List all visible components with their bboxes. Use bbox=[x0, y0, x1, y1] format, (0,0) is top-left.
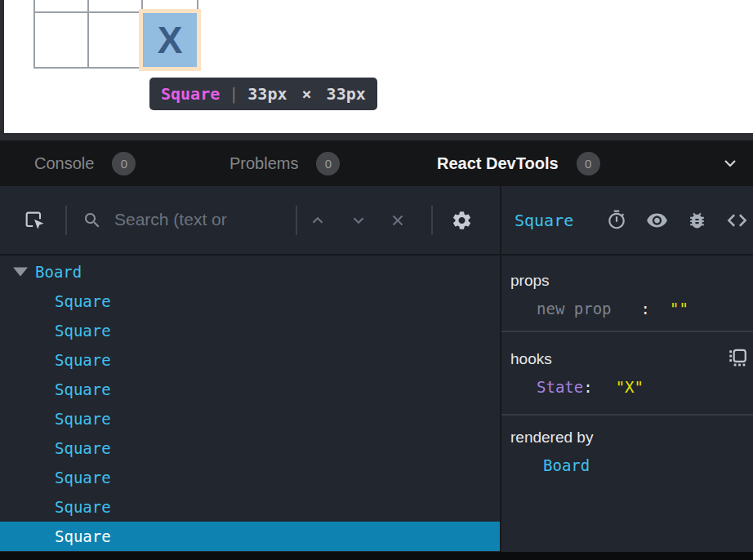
log-bug-icon[interactable] bbox=[687, 209, 707, 231]
inspect-dom-eye-icon[interactable] bbox=[646, 209, 668, 231]
screenshot-root: X Square | 33px × 33px Console 0 Problem… bbox=[0, 0, 753, 560]
settings-gear-icon[interactable] bbox=[451, 209, 473, 231]
search-prev-icon[interactable] bbox=[309, 211, 327, 229]
tree-row-label: Square bbox=[55, 351, 111, 369]
browser-page-area: X Square | 33px × 33px bbox=[0, 0, 753, 133]
bottom-edge-strip bbox=[0, 552, 753, 560]
inspect-overlay-tooltip: Square | 33px × 33px bbox=[149, 78, 377, 110]
tree-row-square[interactable]: Square bbox=[0, 404, 500, 433]
new-prop-name-input[interactable]: new prop bbox=[537, 300, 612, 318]
toolbar-divider bbox=[65, 206, 67, 235]
props-section: props new prop : "" bbox=[501, 256, 753, 331]
tab-problems-label: Problems bbox=[229, 154, 298, 173]
inspect-element-icon[interactable] bbox=[23, 209, 46, 232]
page-devtools-separator bbox=[0, 133, 753, 140]
tictactoe-board: X bbox=[33, 0, 198, 69]
parse-hook-names-icon[interactable] bbox=[727, 347, 748, 368]
hooks-title: hooks bbox=[510, 347, 753, 371]
tree-row-label: Square bbox=[55, 469, 111, 487]
devtools-tab-bar: Console 0 Problems 0 React DevTools 0 bbox=[0, 140, 753, 186]
tooltip-dimensions: 33px × 33px bbox=[247, 84, 365, 104]
board-square[interactable] bbox=[35, 0, 89, 13]
tab-console-label: Console bbox=[34, 154, 94, 173]
page-left-edge bbox=[0, 0, 4, 133]
tree-row-square[interactable]: Square bbox=[0, 492, 500, 522]
board-square[interactable] bbox=[35, 13, 89, 67]
component-tree: Board Square Square Square Square Square… bbox=[0, 257, 500, 551]
new-prop-value-input[interactable]: "" bbox=[670, 300, 688, 318]
tooltip-divider: | bbox=[229, 84, 238, 104]
props-title: props bbox=[510, 269, 753, 293]
search-clear-icon[interactable] bbox=[389, 211, 407, 229]
suspense-timer-icon[interactable] bbox=[606, 209, 627, 231]
inspected-component-name: Square bbox=[515, 211, 573, 230]
tab-react-devtools-label: React DevTools bbox=[437, 154, 559, 173]
tree-row-square[interactable]: Square bbox=[0, 375, 500, 404]
tab-react-devtools-badge: 0 bbox=[577, 152, 600, 176]
rendered-by-section: rendered by Board bbox=[501, 414, 753, 481]
board-square[interactable] bbox=[143, 0, 197, 13]
hook-state-value[interactable]: "X" bbox=[616, 378, 644, 396]
tree-row-label: Board bbox=[35, 263, 82, 281]
tree-row-square[interactable]: Square bbox=[0, 345, 500, 375]
board-square-highlighted[interactable]: X bbox=[143, 13, 197, 67]
tree-row-label: Square bbox=[55, 292, 111, 310]
components-toolbar bbox=[0, 186, 500, 254]
search-input[interactable] bbox=[114, 202, 287, 237]
search-icon bbox=[82, 211, 102, 230]
tree-row-label: Square bbox=[55, 380, 111, 398]
hook-state-name: State bbox=[537, 378, 583, 396]
tab-problems-badge: 0 bbox=[316, 152, 340, 176]
board-square[interactable] bbox=[89, 0, 143, 13]
tree-row-square[interactable]: Square bbox=[0, 463, 500, 492]
tree-row-board[interactable]: Board bbox=[0, 257, 500, 287]
tree-row-square[interactable]: Square bbox=[0, 316, 500, 345]
tree-row-square[interactable]: Square bbox=[0, 433, 500, 463]
tab-react-devtools[interactable]: React DevTools 0 bbox=[437, 140, 600, 186]
view-source-code-icon[interactable] bbox=[726, 209, 748, 231]
tree-row-label: Square bbox=[55, 439, 111, 457]
expand-caret-icon[interactable] bbox=[13, 268, 28, 277]
tab-console[interactable]: Console 0 bbox=[34, 140, 136, 186]
inspected-component-header: Square bbox=[501, 186, 753, 254]
tooltip-component-name: Square bbox=[161, 84, 220, 104]
tab-problems[interactable]: Problems 0 bbox=[229, 140, 340, 186]
toolbar-divider bbox=[431, 206, 433, 235]
component-details-panel: props new prop : "" hooks bbox=[501, 256, 753, 552]
react-devtools-panel: Square Board bbox=[0, 186, 753, 552]
chevron-down-icon[interactable] bbox=[720, 153, 740, 173]
rendered-by-title: rendered by bbox=[510, 425, 753, 450]
tree-row-label: Square bbox=[55, 410, 111, 428]
tree-row-label: Square bbox=[55, 527, 111, 545]
tree-row-label: Square bbox=[55, 322, 111, 340]
search-next-icon[interactable] bbox=[350, 211, 368, 229]
hooks-section: hooks State : "X" bbox=[501, 331, 753, 414]
hook-colon: : bbox=[583, 378, 592, 396]
tab-console-badge: 0 bbox=[112, 152, 136, 176]
prop-colon: : bbox=[641, 300, 650, 318]
rendered-by-board-link[interactable]: Board bbox=[543, 456, 590, 474]
tree-row-label: Square bbox=[55, 498, 111, 516]
toolbar-divider bbox=[296, 206, 297, 235]
tree-row-square[interactable]: Square bbox=[0, 287, 500, 316]
tree-row-square-selected[interactable]: Square bbox=[0, 522, 500, 551]
board-square[interactable] bbox=[89, 13, 143, 67]
